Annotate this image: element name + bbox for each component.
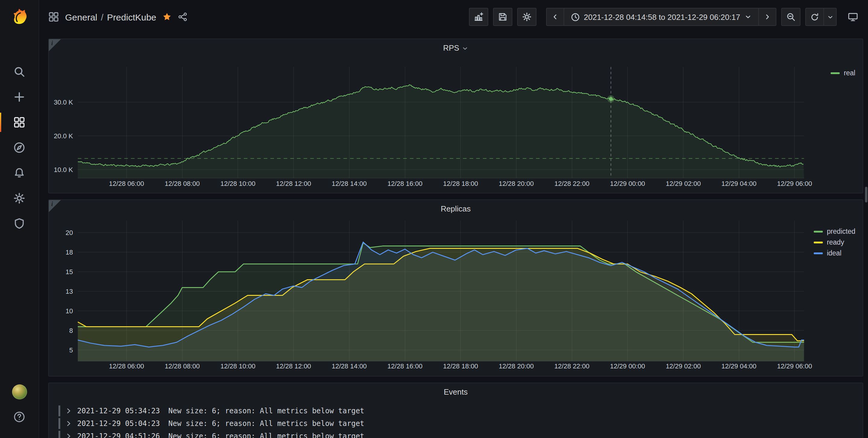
svg-text:12/28 22:00: 12/28 22:00 — [554, 362, 589, 370]
event-timestamp: 2021-12-29 05:04:23 — [77, 419, 160, 428]
svg-text:12/29 00:00: 12/29 00:00 — [610, 180, 645, 188]
add-panel-icon — [473, 12, 483, 22]
event-message: New size: 6; reason: All metrics below t… — [168, 407, 364, 415]
sidebar-item-explore[interactable] — [0, 135, 38, 160]
sidebar-nav — [0, 59, 38, 236]
panel-info-corner-icon[interactable]: i — [49, 39, 61, 51]
refresh-interval-button[interactable] — [824, 8, 837, 26]
breadcrumb-dashboard[interactable]: PredictKube — [107, 12, 156, 22]
svg-text:8: 8 — [69, 327, 73, 334]
event-timestamp: 2021-12-29 04:51:26 — [77, 432, 160, 438]
time-shift-forward-button[interactable] — [758, 8, 776, 26]
share-icon[interactable] — [178, 12, 188, 22]
chevron-down-icon — [744, 13, 752, 21]
plus-icon — [13, 91, 25, 103]
sidebar-item-search[interactable] — [0, 59, 38, 85]
svg-text:12/28 16:00: 12/28 16:00 — [387, 362, 422, 370]
sidebar-item-dashboards[interactable] — [0, 110, 38, 135]
event-log-row[interactable]: 2021-12-29 04:51:26New size: 6; reason: … — [59, 431, 853, 438]
panel-rps: i RPS 12/28 06:0012/28 08:0012/28 10:001… — [48, 39, 863, 193]
svg-text:12/29 04:00: 12/29 04:00 — [721, 362, 756, 370]
topbar-actions: 2021-12-28 04:14:58 to 2021-12-29 06:20:… — [469, 8, 858, 26]
grafana-logo[interactable] — [0, 0, 38, 34]
clock-icon — [570, 12, 580, 22]
legend-swatch — [813, 231, 823, 232]
event-log-rows: 2021-12-29 05:34:23New size: 6; reason: … — [59, 405, 853, 438]
event-log-row[interactable]: 2021-12-29 05:04:23New size: 6; reason: … — [59, 418, 853, 429]
replicas-chart[interactable]: 12/28 06:0012/28 08:0012/28 10:0012/28 1… — [49, 200, 863, 375]
search-icon — [13, 66, 25, 78]
save-dashboard-button[interactable] — [493, 8, 512, 26]
dashboard-settings-button[interactable] — [517, 8, 536, 26]
svg-text:12/28 12:00: 12/28 12:00 — [276, 180, 311, 188]
svg-text:12/29 04:00: 12/29 04:00 — [721, 180, 756, 188]
sidebar-item-alerting[interactable] — [0, 160, 38, 186]
rps-legend: real — [831, 69, 855, 76]
help-icon — [13, 411, 25, 423]
legend-label: ideal — [827, 249, 841, 257]
svg-text:10.0 K: 10.0 K — [54, 166, 73, 173]
sidebar-item-server-admin[interactable] — [0, 211, 38, 236]
panel-title-text: RPS — [443, 43, 459, 52]
legend-item-ready[interactable]: ready — [813, 239, 855, 246]
legend-swatch — [813, 241, 823, 243]
expand-chevron-icon — [66, 408, 72, 414]
event-timestamp: 2021-12-29 05:34:23 — [77, 407, 160, 415]
legend-item-ideal[interactable]: ideal — [813, 249, 855, 257]
event-log-row[interactable]: 2021-12-29 05:34:23New size: 6; reason: … — [59, 405, 853, 416]
add-panel-button[interactable] — [469, 8, 488, 26]
legend-swatch — [831, 72, 840, 74]
panel-title-replicas[interactable]: Replicas — [49, 200, 863, 217]
svg-text:i: i — [51, 40, 53, 46]
time-shift-back-button[interactable] — [546, 8, 564, 26]
topbar: General / PredictKube — [38, 0, 868, 34]
grafana-flame-icon — [10, 8, 28, 26]
grafana-dashboard: General / PredictKube — [0, 0, 868, 438]
panel-title-text: Events — [444, 387, 468, 396]
svg-text:12/28 14:00: 12/28 14:00 — [332, 180, 367, 188]
event-message: New size: 6; reason: All metrics below t… — [168, 419, 364, 428]
panel-title-text: Replicas — [441, 204, 471, 213]
legend-item-predicted[interactable]: predicted — [813, 228, 855, 235]
svg-text:12/29 06:00: 12/29 06:00 — [777, 362, 812, 370]
svg-text:12/28 14:00: 12/28 14:00 — [332, 362, 367, 370]
sidebar-item-profile[interactable] — [0, 379, 38, 404]
dashboards-icon — [13, 116, 25, 128]
refresh-icon — [810, 12, 819, 22]
panel-events: Events 2021-12-29 05:34:23New size: 6; r… — [48, 382, 863, 438]
gear-icon — [522, 12, 531, 22]
panel-title-events[interactable]: Events — [49, 383, 863, 400]
svg-text:12/29 00:00: 12/29 00:00 — [610, 362, 645, 370]
svg-text:20: 20 — [66, 229, 73, 236]
time-range-picker[interactable]: 2021-12-28 04:14:58 to 2021-12-29 06:20:… — [563, 8, 759, 26]
scrollbar-thumb[interactable] — [865, 187, 867, 202]
breadcrumb: General / PredictKube — [48, 11, 188, 22]
panel-info-corner-icon[interactable]: i — [49, 200, 61, 212]
refresh-button[interactable] — [805, 8, 824, 26]
svg-text:12/28 06:00: 12/28 06:00 — [109, 180, 144, 188]
svg-text:12/28 08:00: 12/28 08:00 — [164, 362, 199, 370]
star-icon[interactable] — [162, 12, 172, 22]
zoom-out-time-button[interactable] — [781, 8, 801, 26]
sidebar-item-create[interactable] — [0, 85, 38, 110]
sidebar-item-help[interactable] — [0, 404, 38, 430]
legend-item-real[interactable]: real — [831, 69, 855, 76]
expand-chevron-icon — [66, 433, 72, 438]
compass-icon — [13, 142, 25, 154]
svg-text:10: 10 — [66, 307, 73, 315]
svg-text:12/28 08:00: 12/28 08:00 — [164, 180, 199, 188]
breadcrumb-folder[interactable]: General — [65, 12, 97, 22]
panel-replicas: i Replicas 12/28 06:0012/28 08:0012/28 1… — [48, 199, 863, 376]
panel-menu-caret-icon — [462, 45, 468, 52]
time-picker-group: 2021-12-28 04:14:58 to 2021-12-29 06:20:… — [546, 8, 776, 26]
svg-text:12/29 02:00: 12/29 02:00 — [666, 180, 701, 188]
svg-text:12/28 18:00: 12/28 18:00 — [443, 362, 478, 370]
rps-chart[interactable]: 12/28 06:0012/28 08:0012/28 10:0012/28 1… — [49, 39, 863, 192]
replicas-legend: predictedreadyideal — [813, 228, 855, 257]
svg-text:15: 15 — [66, 268, 73, 276]
expand-chevron-icon — [66, 420, 72, 427]
panel-title-rps[interactable]: RPS — [49, 39, 863, 56]
sidebar-item-configuration[interactable] — [0, 186, 38, 211]
kiosk-mode-button[interactable] — [847, 11, 858, 22]
legend-label: predicted — [827, 228, 855, 235]
